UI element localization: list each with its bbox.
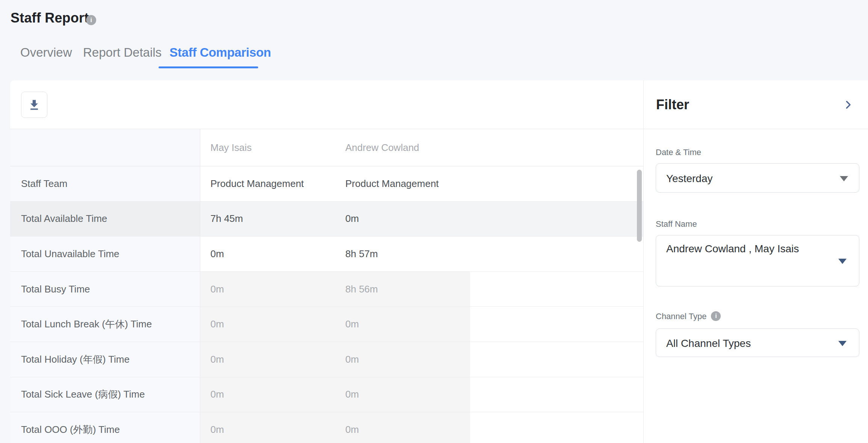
caret-down-icon (838, 259, 847, 264)
row-value-may-isais: 0m (200, 412, 335, 443)
row-label: Staff Team (10, 166, 200, 201)
row-value-andrew-cowland: 0m (335, 342, 470, 377)
row-filler (470, 412, 643, 443)
table-row: Total Sick Leave (病假) Time 0m 0m (10, 377, 643, 413)
row-value-may-isais: 0m (200, 237, 335, 271)
row-values: 0m 0m (200, 307, 470, 342)
row-filler (470, 202, 643, 237)
row-label: Total Unavailable Time (10, 237, 200, 271)
date-time-value: Yesterday (666, 173, 713, 185)
tab-staff-comparison[interactable]: Staff Comparison (169, 45, 271, 60)
staff-name-select[interactable]: Andrew Cowland , May Isais (656, 235, 859, 286)
row-values: 0m 0m (200, 342, 470, 377)
row-value-may-isais: Product Management (200, 166, 335, 201)
row-values: 0m 0m (200, 377, 470, 412)
table-row: Total OOO (外勤) Time 0m 0m (10, 412, 643, 443)
column-header-may-isais: May Isais (200, 129, 335, 166)
filter-panel: Filter Date & Time Yesterday Staff Name … (643, 80, 868, 443)
row-value-may-isais: 0m (200, 272, 335, 307)
row-values: 0m 8h 56m (200, 272, 470, 307)
caret-down-icon (840, 176, 848, 181)
row-values: Product Management Product Management (200, 166, 470, 201)
page-title: Staff Report (11, 10, 89, 26)
download-icon (28, 98, 41, 111)
row-filler (470, 237, 643, 271)
row-label: Total Lunch Break (午休) Time (10, 307, 200, 342)
table-scrollbar-thumb[interactable] (637, 170, 642, 242)
row-value-andrew-cowland: 8h 56m (335, 272, 470, 307)
staff-name-value: Andrew Cowland , May Isais (666, 243, 799, 255)
row-filler (470, 166, 643, 201)
main-card: May Isais Andrew Cowland Staff Team Prod… (10, 80, 868, 443)
date-time-label: Date & Time (656, 148, 701, 157)
staff-name-label: Staff Name (656, 219, 697, 229)
column-header-andrew-cowland: Andrew Cowland (335, 129, 470, 166)
channel-type-select[interactable]: All Channel Types (656, 328, 859, 357)
row-label: Total OOO (外勤) Time (10, 412, 200, 443)
table-row: Total Unavailable Time 0m 8h 57m (10, 237, 643, 272)
table-row: Total Lunch Break (午休) Time 0m 0m (10, 307, 643, 342)
staff-comparison-table-region: May Isais Andrew Cowland Staff Team Prod… (10, 80, 643, 443)
row-value-andrew-cowland: 0m (335, 307, 470, 342)
row-value-andrew-cowland: 8h 57m (335, 237, 470, 271)
row-value-andrew-cowland: 0m (335, 412, 470, 443)
date-time-select[interactable]: Yesterday (656, 163, 859, 193)
table-corner-cell (10, 129, 200, 166)
row-value-may-isais: 0m (200, 377, 335, 412)
info-icon[interactable]: i (86, 15, 96, 25)
table-toolbar (10, 80, 643, 129)
row-value-andrew-cowland: 0m (335, 377, 470, 412)
row-label: Total Available Time (10, 202, 200, 237)
row-value-may-isais: 0m (200, 307, 335, 342)
table-body: Staff Team Product Management Product Ma… (10, 166, 643, 443)
channel-type-label: Channel Type i (656, 312, 721, 321)
row-filler (470, 272, 643, 307)
row-value-andrew-cowland: Product Management (335, 166, 470, 201)
chevron-right-icon (842, 99, 854, 110)
row-label: Total Holiday (年假) Time (10, 342, 200, 377)
row-value-andrew-cowland: 0m (335, 202, 470, 237)
row-value-may-isais: 7h 45m (200, 202, 335, 237)
row-values: 7h 45m 0m (200, 202, 470, 237)
row-label: Total Sick Leave (病假) Time (10, 377, 200, 412)
filter-title: Filter (656, 97, 689, 113)
row-label: Total Busy Time (10, 272, 200, 307)
row-filler (470, 377, 643, 412)
table-header-row: May Isais Andrew Cowland (10, 129, 643, 166)
table-row: Staff Team Product Management Product Ma… (10, 166, 643, 202)
download-button[interactable] (21, 92, 47, 118)
row-values: 0m 8h 57m (200, 237, 470, 271)
channel-type-value: All Channel Types (666, 338, 751, 350)
row-values: 0m 0m (200, 412, 470, 443)
caret-down-icon (838, 341, 847, 346)
row-filler (470, 307, 643, 342)
table-row: Total Available Time 7h 45m 0m (10, 202, 643, 237)
row-value-may-isais: 0m (200, 342, 335, 377)
tab-overview[interactable]: Overview (20, 45, 72, 60)
tab-report-details[interactable]: Report Details (83, 45, 162, 60)
row-filler (470, 342, 643, 377)
info-icon[interactable]: i (711, 311, 721, 321)
active-tab-indicator (159, 66, 258, 68)
filter-collapse-button[interactable] (842, 99, 854, 110)
channel-type-label-text: Channel Type (656, 312, 706, 321)
table-row: Total Busy Time 0m 8h 56m (10, 272, 643, 307)
table-row: Total Holiday (年假) Time 0m 0m (10, 342, 643, 377)
filter-header: Filter (644, 80, 868, 129)
